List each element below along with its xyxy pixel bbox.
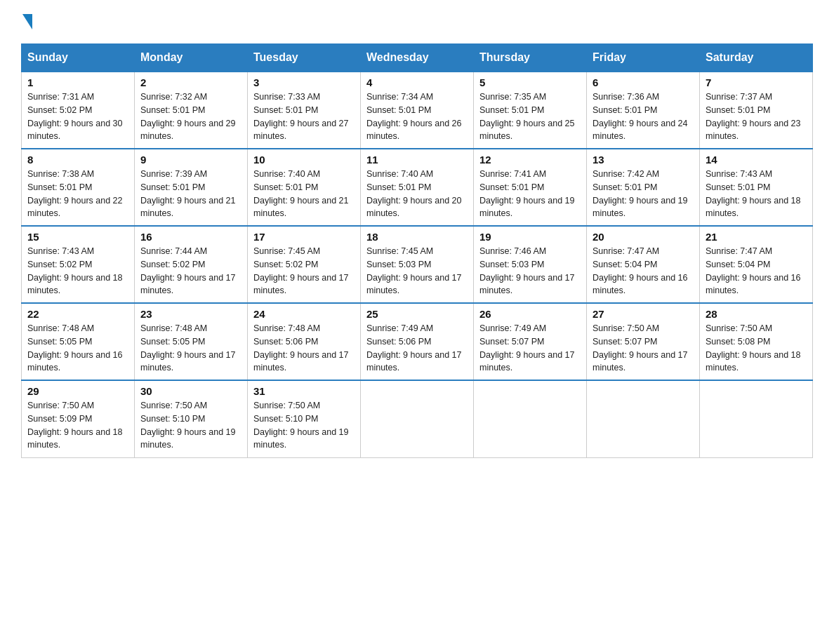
calendar-cell: 24 Sunrise: 7:48 AM Sunset: 5:06 PM Dayl… (248, 303, 361, 380)
calendar-cell: 5 Sunrise: 7:35 AM Sunset: 5:01 PM Dayli… (474, 72, 587, 149)
day-number: 16 (140, 231, 241, 243)
calendar-cell (474, 380, 587, 457)
calendar-cell: 18 Sunrise: 7:45 AM Sunset: 5:03 PM Dayl… (361, 226, 474, 303)
day-number: 31 (253, 385, 355, 397)
day-info: Sunrise: 7:36 AM Sunset: 5:01 PM Dayligh… (593, 90, 694, 143)
calendar-cell: 30 Sunrise: 7:50 AM Sunset: 5:10 PM Dayl… (135, 380, 248, 457)
day-number: 18 (366, 231, 468, 243)
weekday-header-thursday: Thursday (474, 44, 587, 72)
day-number: 29 (27, 385, 128, 397)
day-number: 28 (706, 308, 807, 320)
weekday-header-sunday: Sunday (22, 44, 135, 72)
day-number: 25 (366, 308, 468, 320)
calendar-cell: 14 Sunrise: 7:43 AM Sunset: 5:01 PM Dayl… (700, 149, 813, 226)
calendar-cell: 7 Sunrise: 7:37 AM Sunset: 5:01 PM Dayli… (700, 72, 813, 149)
calendar-cell: 10 Sunrise: 7:40 AM Sunset: 5:01 PM Dayl… (248, 149, 361, 226)
calendar-cell: 29 Sunrise: 7:50 AM Sunset: 5:09 PM Dayl… (22, 380, 135, 457)
calendar-cell: 17 Sunrise: 7:45 AM Sunset: 5:02 PM Dayl… (248, 226, 361, 303)
day-info: Sunrise: 7:31 AM Sunset: 5:02 PM Dayligh… (27, 90, 128, 143)
day-number: 11 (366, 154, 468, 166)
weekday-header-wednesday: Wednesday (361, 44, 474, 72)
calendar-cell: 8 Sunrise: 7:38 AM Sunset: 5:01 PM Dayli… (22, 149, 135, 226)
calendar-cell: 15 Sunrise: 7:43 AM Sunset: 5:02 PM Dayl… (22, 226, 135, 303)
day-info: Sunrise: 7:47 AM Sunset: 5:04 PM Dayligh… (593, 245, 694, 297)
calendar-cell (587, 380, 700, 457)
day-info: Sunrise: 7:50 AM Sunset: 5:09 PM Dayligh… (27, 399, 128, 452)
week-row-1: 1 Sunrise: 7:31 AM Sunset: 5:02 PM Dayli… (22, 72, 813, 149)
day-number: 27 (593, 308, 694, 320)
calendar-cell: 19 Sunrise: 7:46 AM Sunset: 5:03 PM Dayl… (474, 226, 587, 303)
day-info: Sunrise: 7:50 AM Sunset: 5:08 PM Dayligh… (706, 322, 807, 375)
day-info: Sunrise: 7:42 AM Sunset: 5:01 PM Dayligh… (593, 168, 694, 220)
day-info: Sunrise: 7:43 AM Sunset: 5:02 PM Dayligh… (27, 245, 128, 297)
day-info: Sunrise: 7:45 AM Sunset: 5:03 PM Dayligh… (366, 245, 468, 297)
week-row-4: 22 Sunrise: 7:48 AM Sunset: 5:05 PM Dayl… (22, 303, 813, 380)
calendar-cell: 27 Sunrise: 7:50 AM Sunset: 5:07 PM Dayl… (587, 303, 700, 380)
day-info: Sunrise: 7:49 AM Sunset: 5:07 PM Dayligh… (479, 322, 581, 375)
day-number: 26 (479, 308, 581, 320)
week-row-5: 29 Sunrise: 7:50 AM Sunset: 5:09 PM Dayl… (22, 380, 813, 457)
calendar-cell: 4 Sunrise: 7:34 AM Sunset: 5:01 PM Dayli… (361, 72, 474, 149)
day-number: 6 (593, 76, 694, 88)
calendar-cell: 13 Sunrise: 7:42 AM Sunset: 5:01 PM Dayl… (587, 149, 700, 226)
day-number: 19 (479, 231, 581, 243)
calendar-cell (361, 380, 474, 457)
calendar-cell: 31 Sunrise: 7:50 AM Sunset: 5:10 PM Dayl… (248, 380, 361, 457)
weekday-header-monday: Monday (135, 44, 248, 72)
day-number: 17 (253, 231, 355, 243)
day-number: 30 (140, 385, 241, 397)
day-info: Sunrise: 7:40 AM Sunset: 5:01 PM Dayligh… (253, 168, 355, 220)
day-info: Sunrise: 7:33 AM Sunset: 5:01 PM Dayligh… (253, 90, 355, 143)
weekday-header-friday: Friday (587, 44, 700, 72)
day-info: Sunrise: 7:50 AM Sunset: 5:07 PM Dayligh… (593, 322, 694, 375)
day-info: Sunrise: 7:48 AM Sunset: 5:05 PM Dayligh… (27, 322, 128, 375)
logo (21, 14, 34, 29)
day-info: Sunrise: 7:32 AM Sunset: 5:01 PM Dayligh… (140, 90, 241, 143)
calendar-table: SundayMondayTuesdayWednesdayThursdayFrid… (21, 43, 813, 458)
day-number: 23 (140, 308, 241, 320)
day-number: 4 (366, 76, 468, 88)
logo-triangle-icon (22, 14, 32, 29)
day-number: 8 (27, 154, 128, 166)
calendar-cell: 11 Sunrise: 7:40 AM Sunset: 5:01 PM Dayl… (361, 149, 474, 226)
day-number: 24 (253, 308, 355, 320)
day-info: Sunrise: 7:44 AM Sunset: 5:02 PM Dayligh… (140, 245, 241, 297)
calendar-cell: 23 Sunrise: 7:48 AM Sunset: 5:05 PM Dayl… (135, 303, 248, 380)
calendar-cell: 16 Sunrise: 7:44 AM Sunset: 5:02 PM Dayl… (135, 226, 248, 303)
day-info: Sunrise: 7:34 AM Sunset: 5:01 PM Dayligh… (366, 90, 468, 143)
calendar-cell: 25 Sunrise: 7:49 AM Sunset: 5:06 PM Dayl… (361, 303, 474, 380)
day-info: Sunrise: 7:48 AM Sunset: 5:06 PM Dayligh… (253, 322, 355, 375)
week-row-3: 15 Sunrise: 7:43 AM Sunset: 5:02 PM Dayl… (22, 226, 813, 303)
day-number: 3 (253, 76, 355, 88)
day-number: 13 (593, 154, 694, 166)
day-number: 7 (706, 76, 807, 88)
day-info: Sunrise: 7:45 AM Sunset: 5:02 PM Dayligh… (253, 245, 355, 297)
page-header (21, 14, 813, 29)
day-number: 5 (479, 76, 581, 88)
day-number: 15 (27, 231, 128, 243)
day-number: 12 (479, 154, 581, 166)
calendar-cell: 20 Sunrise: 7:47 AM Sunset: 5:04 PM Dayl… (587, 226, 700, 303)
week-row-2: 8 Sunrise: 7:38 AM Sunset: 5:01 PM Dayli… (22, 149, 813, 226)
day-number: 22 (27, 308, 128, 320)
day-info: Sunrise: 7:49 AM Sunset: 5:06 PM Dayligh… (366, 322, 468, 375)
day-number: 9 (140, 154, 241, 166)
calendar-cell: 6 Sunrise: 7:36 AM Sunset: 5:01 PM Dayli… (587, 72, 700, 149)
calendar-cell: 1 Sunrise: 7:31 AM Sunset: 5:02 PM Dayli… (22, 72, 135, 149)
day-info: Sunrise: 7:39 AM Sunset: 5:01 PM Dayligh… (140, 168, 241, 220)
day-info: Sunrise: 7:38 AM Sunset: 5:01 PM Dayligh… (27, 168, 128, 220)
day-number: 20 (593, 231, 694, 243)
day-number: 10 (253, 154, 355, 166)
weekday-header-row: SundayMondayTuesdayWednesdayThursdayFrid… (22, 44, 813, 72)
calendar-cell: 9 Sunrise: 7:39 AM Sunset: 5:01 PM Dayli… (135, 149, 248, 226)
day-info: Sunrise: 7:41 AM Sunset: 5:01 PM Dayligh… (479, 168, 581, 220)
day-number: 21 (706, 231, 807, 243)
day-info: Sunrise: 7:37 AM Sunset: 5:01 PM Dayligh… (706, 90, 807, 143)
day-info: Sunrise: 7:40 AM Sunset: 5:01 PM Dayligh… (366, 168, 468, 220)
day-info: Sunrise: 7:43 AM Sunset: 5:01 PM Dayligh… (706, 168, 807, 220)
day-info: Sunrise: 7:48 AM Sunset: 5:05 PM Dayligh… (140, 322, 241, 375)
day-info: Sunrise: 7:46 AM Sunset: 5:03 PM Dayligh… (479, 245, 581, 297)
calendar-cell: 2 Sunrise: 7:32 AM Sunset: 5:01 PM Dayli… (135, 72, 248, 149)
calendar-cell: 22 Sunrise: 7:48 AM Sunset: 5:05 PM Dayl… (22, 303, 135, 380)
day-number: 14 (706, 154, 807, 166)
